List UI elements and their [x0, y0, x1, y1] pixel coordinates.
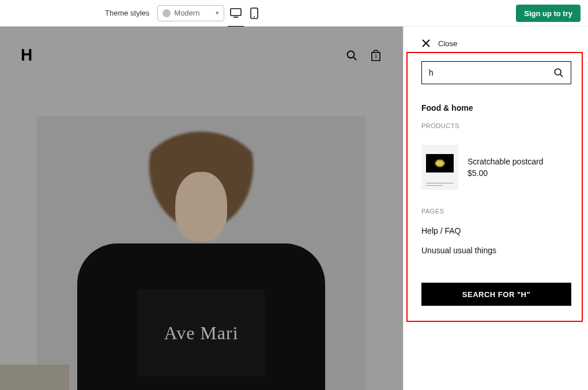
product-price: $5.00: [468, 168, 544, 178]
hero-graphic-text: Ave Mari: [164, 322, 238, 344]
products-heading: PRODUCTS: [421, 122, 572, 129]
close-icon: [421, 38, 431, 48]
svg-point-6: [555, 69, 561, 75]
editor-topbar: Theme styles Modern ▾ Sign up to try: [0, 0, 588, 27]
search-panel: Close Food & home PRODUCTS Scratchable p…: [404, 27, 588, 390]
svg-rect-1: [233, 17, 238, 18]
pages-heading: PAGES: [421, 208, 572, 215]
close-label: Close: [438, 39, 457, 48]
product-title: Scratchable postcard: [468, 157, 544, 166]
mobile-preview-button[interactable]: [247, 6, 261, 20]
svg-line-5: [354, 58, 357, 61]
site-header: H 1: [0, 27, 403, 84]
thumbnail-strip[interactable]: [0, 365, 69, 390]
hero-image: Ave Mari: [37, 117, 365, 390]
product-thumbnail: [421, 145, 458, 190]
sign-up-button[interactable]: Sign up to try: [516, 5, 581, 22]
theme-swatch-icon: [163, 9, 171, 17]
product-info: Scratchable postcard $5.00: [468, 157, 544, 178]
header-search-button[interactable]: [345, 49, 358, 62]
result-category[interactable]: Food & home: [421, 103, 572, 112]
search-for-term-button[interactable]: SEARCH FOR "H": [421, 283, 571, 306]
desktop-preview-button[interactable]: [229, 6, 243, 20]
desktop-icon: [230, 8, 242, 18]
theme-preview-stage: H 1 Ave Mari: [0, 27, 404, 390]
close-search-button[interactable]: Close: [404, 27, 588, 48]
site-logo[interactable]: H: [21, 46, 32, 65]
svg-point-3: [254, 16, 255, 17]
page-result[interactable]: Help / FAQ: [421, 226, 572, 235]
search-input[interactable]: [429, 68, 553, 77]
search-submit-icon[interactable]: [553, 68, 564, 78]
svg-rect-0: [231, 9, 241, 16]
chevron-down-icon: ▾: [216, 9, 219, 17]
svg-line-7: [560, 74, 563, 77]
search-icon: [346, 50, 357, 61]
theme-selected-value: Modern: [174, 9, 199, 17]
page-result[interactable]: Unusual usual things: [421, 246, 572, 255]
cart-count: 1: [370, 53, 382, 59]
theme-styles-label: Theme styles: [105, 9, 149, 17]
theme-style-select[interactable]: Modern ▾: [157, 5, 224, 21]
search-icon: [553, 68, 564, 78]
search-input-wrapper[interactable]: [421, 61, 571, 84]
svg-point-4: [348, 51, 355, 58]
product-result[interactable]: Scratchable postcard $5.00: [421, 145, 572, 190]
mobile-icon: [250, 7, 258, 19]
cart-button[interactable]: 1: [370, 49, 382, 62]
